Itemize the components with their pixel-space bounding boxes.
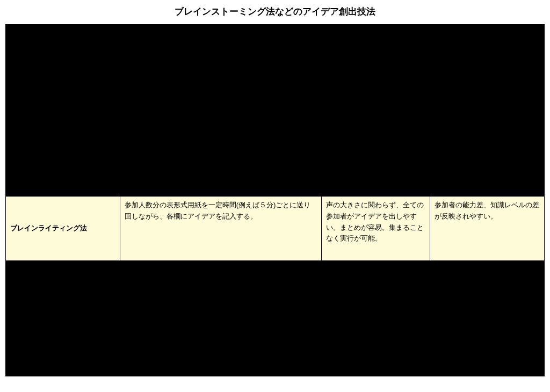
method-advantage-cell: 声の大きさに関わらず、全ての参加者がアイデアを出しやすい。まとめが容易。集まるこ… (321, 197, 430, 261)
black-region-bottom (6, 261, 545, 376)
method-disadvantage-cell: 参加者の能力差、知識レベルの差が反映されやすい。 (430, 197, 545, 261)
page-title: ブレインストーミング法などのアイデア創出技法 (5, 5, 545, 18)
method-description-cell: 参加人数分の表形式用紙を一定時間(例えば５分)ごとに送り回しながら、各欄にアイデ… (120, 197, 321, 261)
method-name-cell: ブレインライティング法 (6, 197, 120, 261)
table-row: ブレインライティング法 参加人数分の表形式用紙を一定時間(例えば５分)ごとに送り… (6, 197, 545, 261)
methods-table: ブレインライティング法 参加人数分の表形式用紙を一定時間(例えば５分)ごとに送り… (5, 24, 545, 376)
black-region-top (6, 25, 545, 197)
